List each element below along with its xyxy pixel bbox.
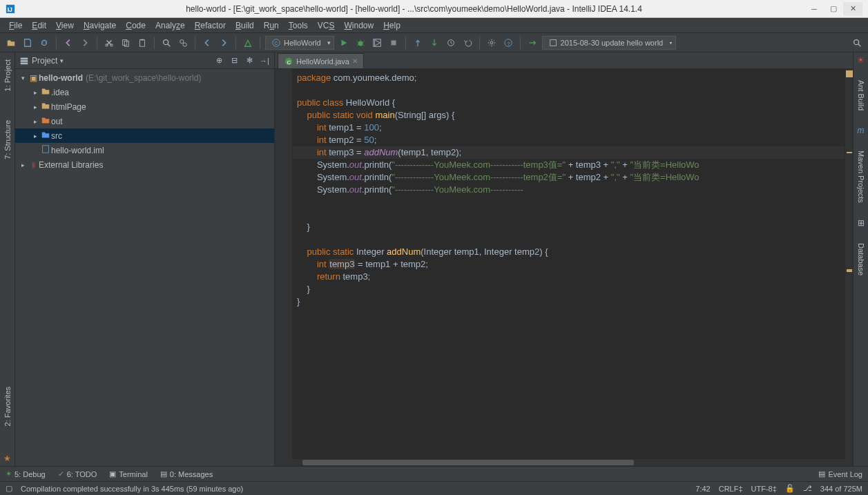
tab-todo[interactable]: ✓6: TODO bbox=[58, 469, 97, 478]
scroll-to-source-icon[interactable]: ⊕ bbox=[213, 55, 224, 66]
tab-ant-build[interactable]: Ant Build bbox=[856, 76, 867, 115]
code-line[interactable]: return temp3; bbox=[293, 271, 845, 283]
menu-build[interactable]: Build bbox=[231, 19, 259, 32]
find-icon[interactable] bbox=[160, 36, 173, 50]
tree-item[interactable]: ▸htmlPage bbox=[15, 99, 274, 114]
code-line[interactable]: System.out.println("-------------YouMeek… bbox=[293, 159, 845, 171]
code-line[interactable]: int temp1 = 100; bbox=[293, 122, 845, 134]
code-line[interactable]: int temp2 = 50; bbox=[293, 134, 845, 146]
close-button[interactable]: ✕ bbox=[843, 2, 862, 16]
tab-structure[interactable]: 7: Structure bbox=[2, 116, 13, 164]
gear-icon[interactable]: ✻ bbox=[244, 55, 255, 66]
menu-navigate[interactable]: Navigate bbox=[79, 19, 121, 32]
vcs-revert-icon[interactable] bbox=[461, 36, 474, 50]
code-line[interactable]: int temp3 = temp1 + temp2; bbox=[293, 258, 845, 271]
run-config-selector[interactable]: C HelloWorld bbox=[265, 36, 334, 50]
horizontal-scrollbar[interactable] bbox=[275, 459, 853, 466]
tab-favorites[interactable]: 2: Favorites bbox=[2, 382, 13, 430]
vcs-push-icon[interactable] bbox=[525, 36, 539, 50]
settings-icon[interactable] bbox=[485, 36, 499, 50]
forward-icon[interactable] bbox=[217, 36, 231, 50]
menu-vcs[interactable]: VCS bbox=[313, 19, 340, 32]
code-line[interactable]: int temp3 = addNum(temp1, temp2); bbox=[293, 146, 845, 159]
code-line[interactable] bbox=[293, 84, 845, 97]
line-separator[interactable]: CRLF‡ bbox=[719, 485, 743, 493]
editor-tab-helloworld[interactable]: C HelloWorld.java ✕ bbox=[278, 53, 364, 68]
paste-icon[interactable] bbox=[135, 36, 149, 50]
tab-messages[interactable]: ▤0: Messages bbox=[160, 469, 213, 478]
menu-tools[interactable]: Tools bbox=[284, 19, 313, 32]
event-log-button[interactable]: ▤Event Log bbox=[818, 469, 862, 478]
cut-icon[interactable] bbox=[102, 36, 116, 50]
tab-database[interactable]: Database bbox=[856, 239, 867, 280]
project-title[interactable]: Project bbox=[32, 56, 57, 66]
copy-icon[interactable] bbox=[119, 36, 133, 50]
tree-item[interactable]: ▸src bbox=[15, 128, 274, 143]
undo-icon[interactable] bbox=[61, 36, 75, 50]
tree-item[interactable]: ▸out bbox=[15, 114, 274, 128]
save-all-icon[interactable] bbox=[21, 36, 35, 50]
menu-view[interactable]: View bbox=[51, 19, 79, 32]
code-line[interactable]: } bbox=[293, 295, 845, 308]
tree-item[interactable]: hello-world.iml bbox=[15, 143, 274, 157]
tree-root[interactable]: ▾ ▣ hello-world (E:\git_work_space\hello… bbox=[15, 70, 274, 85]
code-line[interactable] bbox=[293, 208, 845, 221]
code-line[interactable]: package com.youmeek.demo; bbox=[293, 72, 845, 84]
editor-gutter[interactable] bbox=[275, 69, 293, 459]
caret-position[interactable]: 7:42 bbox=[695, 485, 710, 493]
vcs-branch-info[interactable]: 2015-08-30 update hello world bbox=[542, 36, 677, 50]
project-tree[interactable]: ▾ ▣ hello-world (E:\git_work_space\hello… bbox=[15, 69, 274, 466]
file-encoding[interactable]: UTF-8‡ bbox=[751, 485, 777, 493]
menu-refactor[interactable]: Refactor bbox=[190, 19, 231, 32]
menu-file[interactable]: File bbox=[4, 19, 27, 32]
menu-run[interactable]: Run bbox=[259, 19, 284, 32]
code-line[interactable]: } bbox=[293, 221, 845, 233]
tree-external-libs[interactable]: ▸ ⫴ External Libraries bbox=[15, 157, 274, 172]
run-icon[interactable] bbox=[337, 36, 351, 50]
maximize-button[interactable]: ▢ bbox=[824, 2, 843, 16]
code-line[interactable]: public static Integer addNum(Integer tem… bbox=[293, 246, 845, 258]
coverage-icon[interactable] bbox=[370, 36, 384, 50]
close-tab-icon[interactable]: ✕ bbox=[352, 57, 358, 65]
error-stripe[interactable] bbox=[845, 69, 853, 459]
code-line[interactable]: } bbox=[293, 283, 845, 295]
menu-edit[interactable]: Edit bbox=[27, 19, 51, 32]
vcs-update-icon[interactable] bbox=[411, 36, 425, 50]
vcs-history-icon[interactable] bbox=[444, 36, 458, 50]
redo-icon[interactable] bbox=[78, 36, 92, 50]
menu-analyze[interactable]: Analyze bbox=[151, 19, 190, 32]
code-line[interactable] bbox=[293, 196, 845, 208]
menu-help[interactable]: Help bbox=[378, 19, 405, 32]
sync-icon[interactable] bbox=[37, 36, 51, 50]
open-icon[interactable] bbox=[4, 36, 18, 50]
hide-icon[interactable]: →| bbox=[259, 55, 270, 66]
readonly-lock-icon[interactable]: 🔓 bbox=[785, 484, 795, 493]
menu-window[interactable]: Window bbox=[339, 19, 378, 32]
code-line[interactable]: System.out.println("-------------YouMeek… bbox=[293, 184, 845, 196]
tab-terminal[interactable]: ▣Terminal bbox=[109, 469, 148, 478]
toggle-toolwindows-icon[interactable]: ▢ bbox=[6, 484, 12, 493]
memory-indicator[interactable]: 344 of 725M bbox=[820, 485, 862, 493]
tab-maven[interactable]: Maven Projects bbox=[856, 146, 867, 207]
back-icon[interactable] bbox=[200, 36, 214, 50]
collapse-icon[interactable]: ⊟ bbox=[229, 55, 240, 66]
build-icon[interactable] bbox=[241, 36, 255, 50]
tree-item[interactable]: ▸.idea bbox=[15, 85, 274, 99]
code-line[interactable]: public static void main(String[] args) { bbox=[293, 109, 845, 122]
code-editor[interactable]: package com.youmeek.demo; public class H… bbox=[293, 69, 845, 459]
replace-icon[interactable] bbox=[176, 36, 190, 50]
vcs-commit-icon[interactable] bbox=[427, 36, 441, 50]
search-everywhere-icon[interactable] bbox=[850, 36, 864, 50]
help-icon[interactable]: ? bbox=[501, 36, 515, 50]
code-line[interactable]: System.out.println("-------------YouMeek… bbox=[293, 171, 845, 184]
minimize-button[interactable]: ─ bbox=[804, 2, 824, 16]
debug-icon[interactable] bbox=[354, 36, 367, 50]
code-line[interactable] bbox=[293, 233, 845, 246]
code-line[interactable]: public class HelloWorld { bbox=[293, 97, 845, 109]
svg-rect-25 bbox=[43, 146, 49, 153]
menu-code[interactable]: Code bbox=[121, 19, 151, 32]
tab-debug[interactable]: ✶5: Debug bbox=[6, 469, 46, 478]
git-branch-icon[interactable]: ⎇ bbox=[803, 484, 812, 493]
tab-project[interactable]: 1: Project bbox=[2, 55, 13, 95]
stop-icon[interactable] bbox=[387, 36, 401, 50]
